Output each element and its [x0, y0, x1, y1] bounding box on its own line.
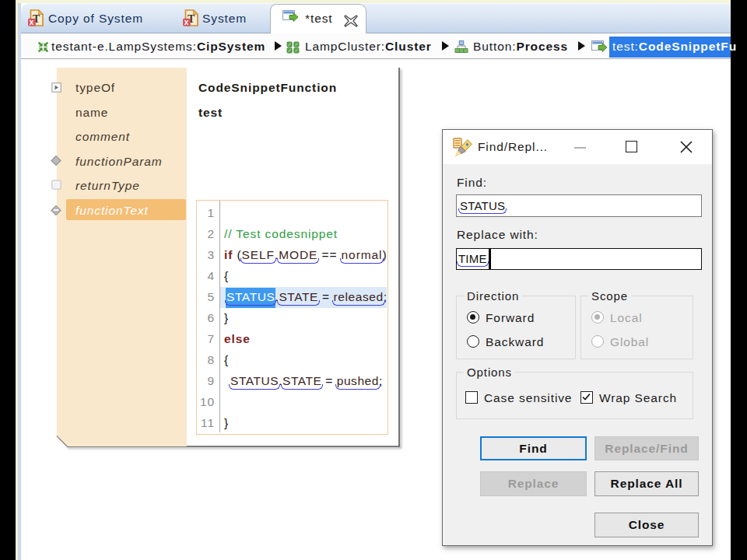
svg-text:x: x	[184, 18, 189, 26]
svg-text:x: x	[30, 18, 34, 26]
